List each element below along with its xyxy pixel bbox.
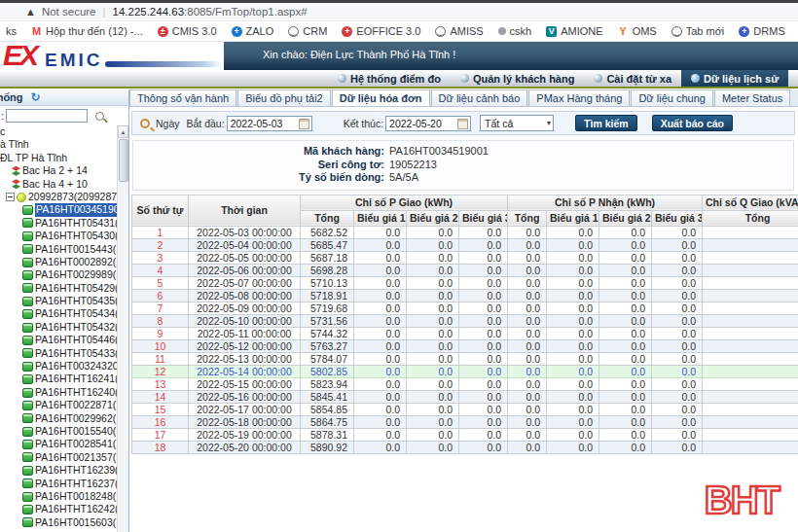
tree-item[interactable]: PA16HTHT05432(190 <box>0 321 117 334</box>
tree-item[interactable]: PA16HT0018248(190 <box>0 490 117 503</box>
tree-item[interactable]: Bac Ha 4 + 10 <box>0 178 117 191</box>
tree-scrollbar[interactable]: ▲ <box>117 125 128 532</box>
tree-item[interactable]: PA16HT0015443(190 <box>0 243 117 256</box>
tree-item[interactable]: PA16HTHT16241(190 <box>0 372 117 385</box>
tree-item[interactable]: PA16HTHT16237(190 <box>0 478 117 490</box>
bookmark-item[interactable]: YOMS <box>618 25 657 37</box>
table-row[interactable]: 32022-05-05 00:00:005687.180.00.00.00.00… <box>132 251 798 264</box>
bookmark-item[interactable]: +EOFFICE 3.0 <box>342 25 420 37</box>
tree-item[interactable]: PA16HTHT05434(190 <box>0 307 117 320</box>
filter-select[interactable]: Tất cả ▾ <box>480 115 554 131</box>
table-row[interactable]: 82022-05-10 00:00:005731.560.00.00.00.00… <box>132 314 798 327</box>
scroll-up-icon[interactable]: ▲ <box>118 125 128 138</box>
tree-item[interactable]: PA16HT0015540(190 <box>0 425 117 438</box>
tree-item[interactable]: PA16HT0032432001( <box>0 360 117 372</box>
scroll-thumb[interactable] <box>119 139 128 182</box>
tree-item[interactable]: PA16HTHT05446(190 <box>0 334 117 346</box>
table-row[interactable]: 162022-05-18 00:00:005864.750.00.00.00.0… <box>132 415 798 428</box>
table-row[interactable]: 22022-05-04 00:00:005685.470.00.00.00.00… <box>132 238 798 251</box>
tree-item[interactable]: PA16HT0022871(190 <box>0 399 117 411</box>
tree-item[interactable]: PA16HT0021357(190 <box>0 451 117 464</box>
table-row[interactable]: 112022-05-13 00:00:005784.070.00.00.00.0… <box>132 352 798 365</box>
table-row[interactable]: 102022-05-12 00:00:005763.270.00.00.00.0… <box>132 339 798 352</box>
calendar-icon[interactable] <box>457 119 468 129</box>
bookmark-item[interactable]: cskh <box>498 25 532 37</box>
tree-item[interactable]: PA16HT0034519001( <box>0 203 117 216</box>
calendar-icon[interactable] <box>299 119 309 129</box>
sidebar-search-input[interactable] <box>6 109 88 123</box>
tab[interactable]: Dữ liệu cảnh báo <box>431 89 528 106</box>
table-row[interactable]: 142022-05-16 00:00:005845.410.00.00.00.0… <box>132 390 798 403</box>
tree-item[interactable]: Bac Ha 2 + 14 <box>0 164 117 177</box>
table-cell: 0.0 <box>508 289 547 301</box>
bookmark-item[interactable]: +ZALO <box>232 25 274 37</box>
table-row[interactable]: 172022-05-19 00:00:005878.310.00.00.00.0… <box>132 428 798 441</box>
table-row[interactable]: 72022-05-09 00:00:005719.680.00.00.00.00… <box>132 301 798 314</box>
export-report-button[interactable]: Xuất báo cáo <box>652 115 733 131</box>
bookmark-item[interactable]: AMISS <box>435 25 483 37</box>
bookmark-item[interactable]: Tab mới <box>671 25 725 37</box>
collapse-icon[interactable] <box>6 193 15 201</box>
end-date-input[interactable] <box>389 118 454 129</box>
table-row[interactable]: 42022-05-06 00:00:005698.280.00.00.00.00… <box>132 264 798 276</box>
address-bar[interactable]: ▲ Not secure | 14.225.244.63 :8085/FmTop… <box>0 3 798 21</box>
tree-item[interactable]: PA16HTHT16240(190 <box>0 386 117 399</box>
tree-item[interactable]: PA16HTHT16239(190 <box>0 464 117 477</box>
start-date-input[interactable] <box>231 118 296 129</box>
tree-item[interactable]: ĐL TP Hà Tĩnh <box>0 152 117 164</box>
tree-item[interactable]: c <box>0 125 117 138</box>
bookmark-item[interactable]: VAMIONE <box>546 25 602 37</box>
menu-item[interactable]: Cài đặt từ xa <box>584 70 681 87</box>
refresh-icon[interactable]: ↻ <box>31 90 41 104</box>
table-cell: 6 <box>132 289 189 301</box>
search-button[interactable]: Tìm kiếm <box>575 115 637 131</box>
bookmark-item[interactable]: ks <box>2 25 17 37</box>
tree-item[interactable]: 20992873(20992873) <box>0 191 117 203</box>
tree-item[interactable]: PA16HTHT05429(190 <box>0 282 117 295</box>
customer-code-label: Mã khách hàng: <box>133 145 384 159</box>
tree-item[interactable]: PA16HTHT05433(190 <box>0 347 117 360</box>
meter-icon <box>22 374 33 384</box>
tree-item[interactable]: PA16HT0002892(190 <box>0 256 117 268</box>
table-cell: 0.0 <box>354 276 407 289</box>
meter-icon <box>22 517 33 527</box>
tab[interactable]: Biểu đồ phụ tải2 <box>237 89 331 106</box>
sidebar-title: thống <box>0 91 23 103</box>
tree-item[interactable]: PA16HT0029989(190 <box>0 268 117 281</box>
meter-icon <box>22 388 33 398</box>
tree-item[interactable]: PA16HTHT05430(190 <box>0 230 117 242</box>
tree-item[interactable]: PA16HTHT16242(190 <box>0 503 117 515</box>
table-row[interactable]: 132022-05-15 00:00:005823.940.00.00.00.0… <box>132 377 798 390</box>
tree-item[interactable]: PA16HT0015603(190 <box>0 516 117 529</box>
table-row[interactable]: 62022-05-08 00:00:005718.910.00.00.00.00… <box>132 289 798 301</box>
tab[interactable]: Meter Status <box>714 89 790 106</box>
bookmark-item[interactable]: ±CMIS 3.0 <box>158 25 217 37</box>
bookmark-item[interactable]: +DRMS <box>739 25 784 37</box>
table-row[interactable]: 152022-05-17 00:00:005854.850.00.00.00.0… <box>132 403 798 415</box>
url-path: :8085/FmTop/top1.aspx# <box>184 6 308 18</box>
tree-item[interactable]: PA16HTHT05431(190 <box>0 217 117 230</box>
table-row[interactable]: 182022-05-20 00:00:005890.920.00.00.00.0… <box>132 441 798 453</box>
menu-item[interactable]: Dữ liệu lịch sử <box>681 70 788 87</box>
bookmark-item[interactable]: MHộp thư đến (12) -... <box>31 25 143 37</box>
table-row[interactable]: 12022-05-03 00:00:005682.520.00.00.00.00… <box>132 226 798 238</box>
table-row[interactable]: 52022-05-07 00:00:005710.130.00.00.00.00… <box>132 276 798 289</box>
table-cell: 2022-05-06 00:00:00 <box>189 264 301 276</box>
tab[interactable]: Dữ liệu hóa đơn <box>332 89 430 106</box>
tree-item[interactable]: PA16HT0028541(190 <box>0 438 117 450</box>
tab[interactable]: Thông số vận hành <box>129 89 236 106</box>
table-cell: 0.0 <box>407 226 459 238</box>
menu-item[interactable]: Quản lý khách hàng <box>451 70 585 87</box>
tab[interactable]: Dữ liệu chung <box>631 89 713 106</box>
search-icon[interactable] <box>95 112 104 121</box>
table-row[interactable]: 122022-05-14 00:00:005802.850.00.00.00.0… <box>132 365 798 377</box>
tab[interactable]: PMax Hàng tháng <box>528 89 630 106</box>
table-cell: 5719.68 <box>301 301 354 314</box>
menu-item[interactable]: Hệ thống điểm đo <box>328 70 451 87</box>
bookmark-item[interactable]: CRM <box>288 25 327 37</box>
tree-item[interactable]: à Tĩnh <box>0 138 117 151</box>
bookmark-label: ks <box>6 25 17 37</box>
tree-item[interactable]: PA16HT0029962(190 <box>0 412 117 425</box>
tree-item[interactable]: PA16HTHT05435(190 <box>0 295 117 307</box>
table-row[interactable]: 92022-05-11 00:00:005744.320.00.00.00.00… <box>132 327 798 339</box>
